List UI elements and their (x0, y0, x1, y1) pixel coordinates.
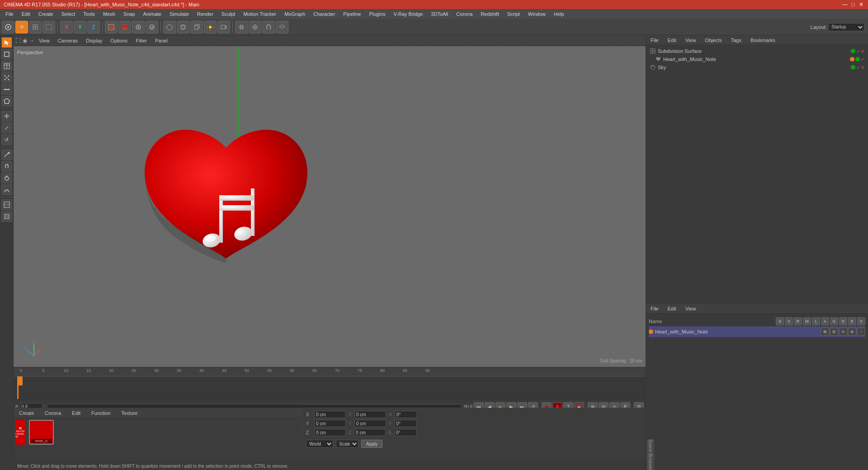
obj-menu-edit[interactable]: Edit (665, 37, 679, 44)
attr-v-btn[interactable]: V (785, 317, 793, 325)
mat-menu-edit[interactable]: Edit (68, 409, 84, 417)
x-rotation-input[interactable] (354, 411, 386, 418)
viewport-icon-1[interactable]: ⛶ (15, 38, 21, 44)
menu-tools[interactable]: Tools (80, 10, 99, 18)
obj-menu-file[interactable]: File (648, 37, 661, 44)
tool-texture[interactable] (1, 61, 12, 71)
vp-menu-cameras[interactable]: Cameras (54, 37, 82, 44)
icon-btn-1[interactable]: ⊞ (821, 328, 829, 336)
toolbar-camera[interactable] (217, 21, 230, 33)
timeline-content[interactable] (14, 376, 646, 399)
menu-help[interactable]: Help (550, 10, 568, 18)
menu-mesh[interactable]: Mesh (99, 10, 119, 18)
tool-brush1[interactable] (1, 199, 12, 210)
obj-menu-objects[interactable]: Objects (702, 37, 724, 44)
attr-g-btn[interactable]: G (830, 317, 838, 325)
toolbar-move-btn[interactable]: ✛ (15, 21, 28, 33)
tool-points[interactable] (1, 72, 12, 83)
attr-e-btn[interactable]: E (848, 317, 856, 325)
attr-menu-edit[interactable]: Edit (665, 305, 679, 312)
tool-knife[interactable] (1, 149, 12, 160)
obj-subdivision-surface[interactable]: Subdivision Surface ✓ ✕ (648, 47, 866, 55)
toolbar-sphere[interactable] (177, 21, 189, 33)
menu-select[interactable]: Select (58, 10, 79, 18)
obj-menu-bookmarks[interactable]: Bookmarks (748, 37, 778, 44)
menu-plugins[interactable]: Plugins (365, 10, 389, 18)
tool-magnet[interactable] (1, 161, 12, 172)
tool-move[interactable]: ✛ (1, 111, 12, 122)
minimize-button[interactable]: — (842, 1, 848, 8)
timeline-ruler[interactable]: 0 5 10 15 20 25 30 35 40 45 50 55 60 65 … (14, 367, 646, 376)
tool-brush2[interactable] (1, 211, 12, 222)
menu-mograph[interactable]: MoGraph (281, 10, 309, 18)
toolbar-x-axis[interactable]: X (60, 21, 73, 33)
close-button[interactable]: ✕ (858, 1, 864, 8)
attr-r-btn[interactable]: R (794, 317, 802, 325)
mat-menu-create[interactable]: Create (15, 409, 38, 417)
toolbar-render-region[interactable] (105, 21, 118, 33)
toolbar-mode-btn[interactable] (2, 21, 14, 33)
obj-sky[interactable]: Sky ✓ ✕ (648, 63, 866, 71)
attr-m-btn[interactable]: M (803, 317, 811, 325)
mat-menu-function[interactable]: Function (88, 409, 114, 417)
world-mode-select[interactable]: World (306, 440, 333, 448)
viewport[interactable]: Perspective Grid Spacing : 10 cm (14, 46, 646, 367)
tool-select[interactable] (1, 37, 12, 48)
p-input[interactable] (394, 420, 417, 427)
toolbar-z-axis[interactable]: Z (87, 21, 100, 33)
start-marker[interactable] (17, 376, 23, 385)
obj-heart-music-note[interactable]: Heart_with_Music_Note ✓ (648, 55, 866, 63)
menu-simulate[interactable]: Simulate (166, 10, 193, 18)
toolbar-poly-obj[interactable] (163, 21, 176, 33)
tool-sculpt[interactable] (1, 184, 12, 195)
menu-corona[interactable]: Corona (453, 10, 476, 18)
menu-animate[interactable]: Animate (140, 10, 165, 18)
mat-menu-texture[interactable]: Texture (118, 409, 141, 417)
menu-edit[interactable]: Edit (18, 10, 34, 18)
vp-menu-panel[interactable]: Panel (151, 37, 171, 44)
icon-btn-4[interactable]: ⊛ (848, 328, 856, 336)
icon-btn-2[interactable]: ⊟ (830, 328, 838, 336)
menu-redshift[interactable]: Redshift (477, 10, 502, 18)
tool-model[interactable] (1, 49, 12, 60)
tool-rotate[interactable]: ↺ (1, 134, 12, 145)
obj-menu-tags[interactable]: Tags (728, 37, 744, 44)
toolbar-new-obj[interactable] (29, 21, 42, 33)
menu-pipeline[interactable]: Pipeline (340, 10, 364, 18)
z-position-input[interactable] (314, 429, 346, 436)
menu-3dtoall[interactable]: 3DToAll (427, 10, 452, 18)
apply-button[interactable]: Apply (361, 440, 382, 448)
scale-mode-select[interactable]: Scale (336, 440, 359, 448)
viewport-icon-2[interactable]: ◉ (23, 38, 27, 44)
toolbar-snap[interactable] (249, 21, 261, 33)
menu-file[interactable]: File (2, 10, 17, 18)
viewport-icon-3[interactable]: → (29, 38, 34, 44)
vp-menu-filter[interactable]: Filter (132, 37, 150, 44)
maximize-button[interactable]: □ (850, 1, 856, 8)
menu-create[interactable]: Create (35, 10, 57, 18)
b-input[interactable] (394, 429, 417, 436)
attr-d-btn[interactable]: D (839, 317, 847, 325)
heart-material-thumb[interactable]: heart_ic (29, 420, 54, 445)
y-position-input[interactable] (314, 420, 346, 427)
attr-menu-view[interactable]: View (683, 305, 699, 312)
toolbar-magnet[interactable] (262, 21, 275, 33)
x-position-input[interactable] (314, 411, 346, 418)
menu-render[interactable]: Render (193, 10, 217, 18)
attr-s-btn[interactable]: S (776, 317, 784, 325)
h-input[interactable] (395, 411, 417, 418)
tool-scale[interactable]: ⤢ (1, 122, 12, 133)
vp-menu-display[interactable]: Display (82, 37, 106, 44)
menu-window[interactable]: Window (524, 10, 549, 18)
attr-a-btn[interactable]: A (821, 317, 829, 325)
toolbar-workplane[interactable] (276, 21, 288, 33)
z-rotation-input[interactable] (354, 429, 386, 436)
menu-script[interactable]: Script (504, 10, 524, 18)
toolbar-render-settings[interactable] (132, 21, 145, 33)
icon-btn-5[interactable]: ⋮ (857, 328, 865, 336)
tool-polygons[interactable] (1, 96, 12, 107)
attr-menu-file[interactable]: File (648, 305, 661, 312)
menu-character[interactable]: Character (310, 10, 339, 18)
toolbar-render-view[interactable] (118, 21, 131, 33)
obj-menu-view[interactable]: View (683, 37, 699, 44)
